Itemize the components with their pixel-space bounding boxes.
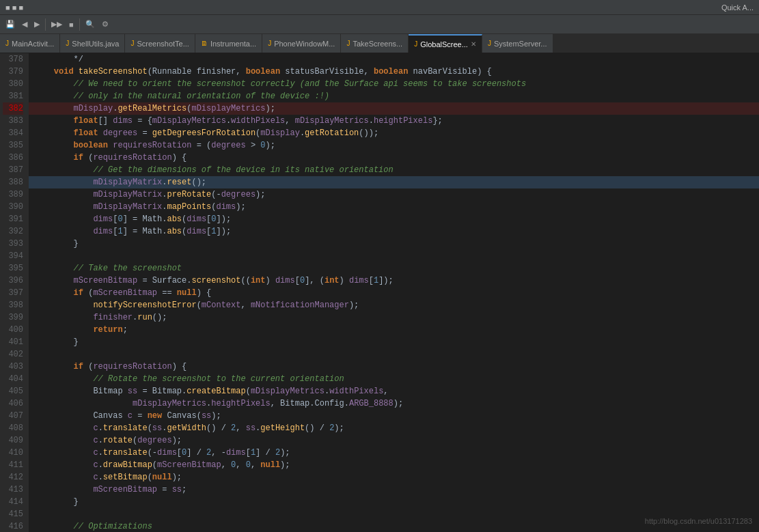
code-line-414: }	[29, 496, 759, 508]
code-line-396: mScreenBitmap = Surface.screenshot((int)…	[29, 275, 759, 287]
toolbar-btn-7[interactable]: ⚙	[99, 18, 111, 30]
code-line-385: boolean requiresRotation = (degrees > 0)…	[29, 139, 759, 152]
tab-icon-takescreens: J	[346, 40, 350, 47]
code-line-415	[29, 508, 759, 520]
tab-label-main: MainActivit...	[12, 40, 54, 48]
tab-globalscree[interactable]: J GlobalScree... ✕	[409, 34, 482, 53]
ln-381: 381	[3, 90, 23, 102]
tab-icon-systemserver: J	[488, 40, 491, 47]
code-line-409: c.rotate(degrees);	[29, 434, 759, 447]
toolbar-btn-4[interactable]: ▶▶	[49, 18, 65, 30]
code-line-379: void takeScreenshot(Runnable finisher, b…	[29, 66, 759, 78]
ln-399: 399	[3, 311, 23, 324]
ln-378: 378	[3, 53, 23, 66]
tab-icon-screenshotte: J	[130, 40, 134, 47]
ln-393: 393	[3, 238, 23, 250]
code-line-393: }	[29, 238, 759, 250]
quick-access-label[interactable]: Quick A...	[721, 3, 754, 12]
tabs-bar: J MainActivit... J ShellUtils.java J Scr…	[0, 34, 759, 53]
code-line-389: mDisplayMatrix.preRotate(-degrees);	[29, 188, 759, 201]
toolbar-btn-5[interactable]: ■	[66, 19, 77, 30]
ln-403: 403	[3, 361, 23, 373]
tab-icon-phonewindow: J	[268, 40, 271, 47]
code-line-382: mDisplay.getRealMetrics(mDisplayMetrics)…	[29, 102, 759, 115]
ln-383: 383	[3, 115, 23, 127]
ln-414: 414	[3, 496, 23, 508]
code-line-378: */	[29, 53, 759, 66]
code-line-380: // We need to orient the screenshot corr…	[29, 78, 759, 90]
ln-394: 394	[3, 250, 23, 262]
code-line-410: c.translate(-dims[0] / 2, -dims[1] / 2);	[29, 447, 759, 459]
ln-406: 406	[3, 397, 23, 410]
title-bar-text: ■ ■ ■	[5, 3, 23, 12]
ln-382: 382	[3, 102, 23, 115]
ln-392: 392	[3, 225, 23, 238]
code-line-411: c.drawBitmap(mScreenBitmap, 0, 0, null);	[29, 459, 759, 471]
tab-label-instrumenta: Instrumenta...	[210, 40, 256, 48]
code-area[interactable]: */ void takeScreenshot(Runnable finisher…	[29, 53, 759, 532]
toolbar-btn-2[interactable]: ◀	[19, 18, 30, 30]
tab-instrumenta[interactable]: 🗎 Instrumenta...	[195, 34, 262, 53]
ln-407: 407	[3, 410, 23, 422]
code-line-402	[29, 348, 759, 361]
code-line-398: notifyScreenshotError(mContext, mNotific…	[29, 299, 759, 311]
code-line-387: // Get the dimensions of the device in i…	[29, 164, 759, 176]
code-line-408: c.translate(ss.getWidth() / 2, ss.getHei…	[29, 422, 759, 434]
ln-402: 402	[3, 348, 23, 361]
ln-405: 405	[3, 385, 23, 397]
editor-container: 378 379 380 381 382 383 384 385 386 387 …	[0, 53, 759, 532]
code-line-406: mDisplayMetrics.heightPixels, Bitmap.Con…	[29, 397, 759, 410]
code-line-404: // Rotate the screenshot to the current …	[29, 373, 759, 385]
code-line-381: // only in the natural orientation of th…	[29, 90, 759, 102]
ln-416: 416	[3, 520, 23, 532]
code-line-391: dims[0] = Math.abs(dims[0]);	[29, 213, 759, 225]
ln-415: 415	[3, 508, 23, 520]
ln-391: 391	[3, 213, 23, 225]
tab-systemserver[interactable]: J SystemServer...	[482, 34, 553, 53]
tab-label-globalscree: GlobalScree...	[420, 40, 468, 48]
toolbar-sep-1	[45, 18, 46, 31]
ln-396: 396	[3, 275, 23, 287]
tab-icon-instrumenta: 🗎	[201, 40, 208, 47]
tab-phonewindow[interactable]: J PhoneWindowM...	[262, 34, 341, 53]
ln-411: 411	[3, 459, 23, 471]
tab-icon-globalscree: J	[414, 40, 417, 48]
code-line-405: Bitmap ss = Bitmap.createBitmap(mDisplay…	[29, 385, 759, 397]
tab-label-takescreens: TakeScreens...	[353, 40, 402, 48]
toolbar-btn-3[interactable]: ▶	[31, 18, 42, 30]
toolbar-btn-6[interactable]: 🔍	[83, 18, 98, 30]
code-line-394	[29, 250, 759, 262]
ln-401: 401	[3, 336, 23, 348]
line-numbers: 378 379 380 381 382 383 384 385 386 387 …	[0, 53, 29, 532]
tab-screenshotte[interactable]: J ScreenshotTe...	[125, 34, 195, 53]
tab-main[interactable]: J MainActivit...	[0, 34, 60, 53]
ln-404: 404	[3, 373, 23, 385]
title-bar: ■ ■ ■ Quick A...	[0, 0, 759, 15]
code-line-407: Canvas c = new Canvas(ss);	[29, 410, 759, 422]
toolbar: 💾 ◀ ▶ ▶▶ ■ 🔍 ⚙	[0, 15, 759, 34]
tab-takescreens[interactable]: J TakeScreens...	[341, 34, 409, 53]
ln-413: 413	[3, 484, 23, 496]
code-line-400: return;	[29, 324, 759, 336]
ln-385: 385	[3, 139, 23, 152]
ln-408: 408	[3, 422, 23, 434]
code-line-397: if (mScreenBitmap == null) {	[29, 287, 759, 299]
toolbar-sep-2	[79, 18, 80, 31]
ln-400: 400	[3, 324, 23, 336]
ln-409: 409	[3, 434, 23, 447]
code-line-399: finisher.run();	[29, 311, 759, 324]
ln-380: 380	[3, 78, 23, 90]
code-line-392: dims[1] = Math.abs(dims[1]);	[29, 225, 759, 238]
tab-label-phonewindow: PhoneWindowM...	[274, 40, 335, 48]
ln-384: 384	[3, 127, 23, 139]
tab-close-globalscree[interactable]: ✕	[471, 40, 476, 48]
code-line-384: float degrees = getDegreesForRotation(mD…	[29, 127, 759, 139]
code-line-403: if (requiresRotation) {	[29, 361, 759, 373]
ln-387: 387	[3, 164, 23, 176]
tab-label-systemserver: SystemServer...	[494, 40, 547, 48]
ln-395: 395	[3, 262, 23, 275]
code-line-412: c.setBitmap(null);	[29, 471, 759, 484]
tab-shell[interactable]: J ShellUtils.java	[60, 34, 125, 53]
toolbar-btn-1[interactable]: 💾	[3, 18, 18, 30]
ln-386: 386	[3, 152, 23, 164]
